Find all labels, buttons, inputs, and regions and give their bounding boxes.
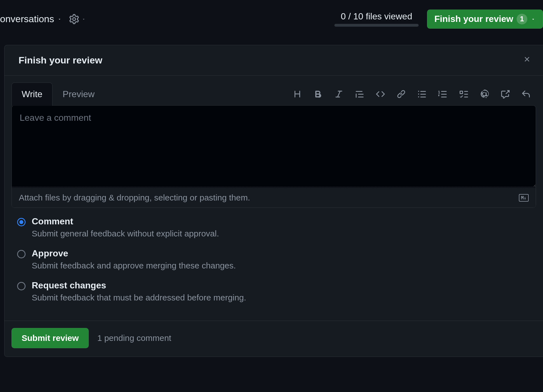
review-type-options: Comment Submit general feedback without … xyxy=(12,208,536,318)
list-unordered-icon xyxy=(417,90,426,99)
option-comment-title: Comment xyxy=(32,216,219,227)
conversations-dropdown[interactable]: onversations xyxy=(0,13,62,24)
tab-write[interactable]: Write xyxy=(12,83,53,106)
close-button[interactable] xyxy=(521,53,533,67)
attach-hint-text: Attach files by dragging & dropping, sel… xyxy=(19,193,250,202)
reply-icon xyxy=(521,90,530,99)
option-comment-desc: Submit general feedback without explicit… xyxy=(32,229,219,238)
markdown-icon[interactable]: M↓ xyxy=(519,194,529,202)
files-viewed-text: 0 / 10 files viewed xyxy=(341,11,412,22)
bold-button[interactable] xyxy=(313,89,323,99)
dialog-body: Write Preview xyxy=(4,76,543,318)
radio-comment[interactable] xyxy=(17,218,26,226)
comment-editor: Attach files by dragging & dropping, sel… xyxy=(12,105,536,208)
code-icon xyxy=(376,90,385,99)
code-button[interactable] xyxy=(375,89,385,99)
radio-approve[interactable] xyxy=(17,250,26,258)
radio-request-changes[interactable] xyxy=(17,282,26,290)
quote-icon xyxy=(355,90,364,99)
tab-write-label: Write xyxy=(22,89,42,99)
finish-review-label: Finish your review xyxy=(434,14,513,24)
top-toolbar: onversations 0 / 10 files viewed Finish … xyxy=(0,0,543,41)
editor-tabs: Write Preview xyxy=(12,83,105,106)
task-list-button[interactable] xyxy=(458,89,469,99)
submit-review-button[interactable]: Submit review xyxy=(12,328,89,348)
tabs-row: Write Preview xyxy=(12,83,536,106)
cross-reference-icon xyxy=(501,90,510,99)
mention-button[interactable] xyxy=(479,89,489,99)
italic-button[interactable] xyxy=(334,89,344,99)
option-request-changes[interactable]: Request changes Submit feedback that mus… xyxy=(17,280,530,302)
finish-review-dialog: Finish your review Write Preview xyxy=(4,45,543,357)
link-button[interactable] xyxy=(396,89,406,99)
close-icon xyxy=(523,55,531,63)
link-icon xyxy=(397,90,406,99)
settings-dropdown[interactable] xyxy=(69,14,86,24)
comment-textarea[interactable] xyxy=(12,106,536,187)
option-approve[interactable]: Approve Submit feedback and approve merg… xyxy=(17,248,530,270)
dialog-title: Finish your review xyxy=(19,55,102,66)
quote-button[interactable] xyxy=(355,89,365,99)
bold-icon xyxy=(314,90,323,99)
caret-down-icon xyxy=(81,17,86,21)
submit-review-label: Submit review xyxy=(22,333,79,343)
top-left-controls: onversations xyxy=(0,13,86,24)
top-right-controls: 0 / 10 files viewed Finish your review 1 xyxy=(334,10,543,29)
option-approve-desc: Submit feedback and approve merging thes… xyxy=(32,261,236,270)
option-request-changes-desc: Submit feedback that must be addressed b… xyxy=(32,293,246,302)
gear-icon xyxy=(69,14,79,24)
reply-button[interactable] xyxy=(521,89,531,99)
heading-button[interactable] xyxy=(292,89,302,99)
tasklist-icon xyxy=(459,90,468,99)
unordered-list-button[interactable] xyxy=(417,89,427,99)
caret-down-icon xyxy=(57,17,62,21)
tab-preview-label: Preview xyxy=(63,89,95,99)
option-request-changes-title: Request changes xyxy=(32,280,246,291)
pending-review-count-badge: 1 xyxy=(517,14,527,24)
finish-review-button[interactable]: Finish your review 1 xyxy=(427,10,543,29)
dialog-header: Finish your review xyxy=(4,45,543,76)
dialog-footer: Submit review 1 pending comment xyxy=(4,321,543,357)
ordered-list-button[interactable] xyxy=(438,89,448,99)
pending-comments-text: 1 pending comment xyxy=(97,333,171,343)
option-comment[interactable]: Comment Submit general feedback without … xyxy=(17,216,530,238)
caret-down-icon xyxy=(531,17,536,21)
formatting-toolbar xyxy=(292,89,536,99)
tab-preview[interactable]: Preview xyxy=(53,83,105,106)
list-ordered-icon xyxy=(438,90,447,99)
heading-icon xyxy=(293,90,302,99)
option-approve-title: Approve xyxy=(32,248,236,259)
files-viewed-progress xyxy=(334,24,419,27)
reference-button[interactable] xyxy=(500,89,510,99)
attach-files-row[interactable]: Attach files by dragging & dropping, sel… xyxy=(12,188,536,208)
mention-icon xyxy=(480,90,489,99)
files-viewed-indicator: 0 / 10 files viewed xyxy=(334,11,419,27)
conversations-label: onversations xyxy=(0,13,54,24)
italic-icon xyxy=(334,90,343,99)
